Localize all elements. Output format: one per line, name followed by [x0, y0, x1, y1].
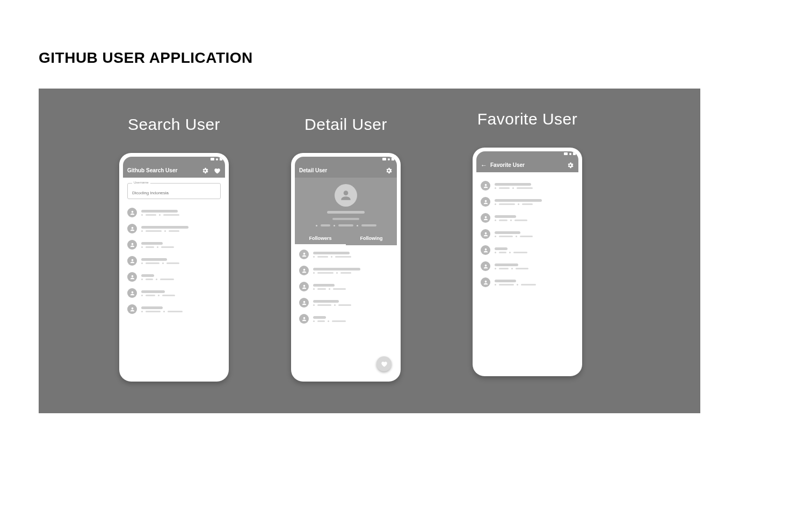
user-avatar-icon — [127, 240, 137, 250]
battery-icon — [382, 158, 386, 160]
favorite-fab[interactable] — [376, 356, 392, 371]
app-bar: Detail User — [295, 163, 397, 178]
list-item[interactable] — [299, 311, 393, 327]
signal-icon — [220, 158, 222, 160]
placeholder-text — [313, 268, 393, 274]
search-legend: Username — [132, 181, 150, 184]
user-avatar-icon — [127, 272, 137, 282]
screen-heading-favorite: Favorite User — [473, 110, 582, 128]
list-item[interactable] — [299, 295, 393, 311]
tab-bar: Followers Following — [295, 232, 397, 245]
placeholder-text — [313, 284, 393, 290]
phone-search: Github Search User Username — [119, 153, 229, 382]
list-item[interactable] — [127, 237, 221, 253]
user-avatar-icon — [299, 314, 309, 324]
placeholder-text — [313, 316, 393, 322]
user-avatar-icon — [127, 288, 137, 298]
placeholder-text — [141, 274, 221, 280]
placeholder-text — [141, 210, 221, 216]
placeholder-text — [141, 290, 221, 296]
app-bar: ← Favorite User — [476, 158, 578, 172]
user-avatar-icon — [299, 298, 309, 308]
signal-icon — [573, 152, 576, 155]
user-list-detail[interactable] — [295, 245, 397, 328]
placeholder-username — [332, 218, 359, 220]
phone-favorite: ← Favorite User — [473, 148, 582, 376]
user-avatar-icon — [481, 181, 490, 191]
placeholder-stats — [316, 224, 376, 226]
signal-dot-icon — [216, 158, 218, 160]
status-bar — [295, 157, 397, 163]
user-avatar-icon — [299, 266, 309, 275]
list-item[interactable] — [127, 301, 221, 317]
battery-icon — [211, 158, 214, 160]
list-item[interactable] — [481, 210, 574, 226]
placeholder-text — [495, 183, 574, 189]
phone-detail: Detail User Followers Following — [291, 153, 401, 382]
user-avatar-icon — [481, 261, 490, 271]
list-item[interactable] — [299, 279, 393, 295]
status-bar — [123, 157, 225, 163]
list-item[interactable] — [481, 242, 574, 258]
status-bar — [476, 151, 578, 158]
user-list-favorite[interactable] — [476, 177, 578, 291]
placeholder-text — [495, 215, 574, 221]
settings-icon[interactable] — [385, 167, 393, 174]
search-input[interactable] — [132, 191, 216, 195]
user-avatar-icon — [481, 213, 490, 223]
user-list-search[interactable] — [123, 203, 225, 318]
app-bar: Github Search User — [123, 163, 225, 178]
placeholder-text — [495, 231, 574, 237]
column-search: Search User Github Search User — [119, 115, 229, 382]
user-avatar-icon — [481, 229, 490, 239]
list-item[interactable] — [127, 285, 221, 301]
list-item[interactable] — [481, 274, 574, 290]
user-avatar-icon — [481, 277, 490, 287]
list-item[interactable] — [481, 226, 574, 242]
list-item[interactable] — [299, 246, 393, 262]
user-avatar-icon — [127, 208, 137, 217]
appbar-title: Detail User — [299, 167, 385, 173]
list-item[interactable] — [481, 258, 574, 274]
user-avatar-icon — [127, 304, 137, 314]
user-avatar-icon — [299, 282, 309, 291]
placeholder-name — [327, 211, 365, 214]
page-title: GITHUB USER APPLICATION — [39, 49, 253, 67]
user-avatar-icon — [299, 250, 309, 259]
heart-icon[interactable] — [213, 167, 221, 174]
signal-dot-icon — [569, 153, 571, 155]
back-icon[interactable]: ← — [481, 162, 487, 169]
placeholder-text — [313, 252, 393, 258]
list-item[interactable] — [481, 194, 574, 210]
placeholder-text — [141, 306, 221, 312]
tab-following[interactable]: Following — [346, 232, 397, 245]
list-item[interactable] — [481, 178, 574, 194]
user-avatar-large — [335, 184, 357, 207]
list-item[interactable] — [127, 269, 221, 285]
search-field[interactable]: Username — [127, 183, 221, 199]
signal-icon — [392, 158, 394, 160]
user-avatar-icon — [481, 245, 490, 255]
placeholder-text — [313, 300, 393, 306]
placeholder-text — [141, 258, 221, 264]
tab-followers[interactable]: Followers — [295, 232, 346, 245]
placeholder-text — [495, 264, 574, 269]
user-avatar-icon — [481, 197, 490, 207]
screen-heading-detail: Detail User — [291, 115, 401, 134]
list-item[interactable] — [299, 262, 393, 279]
user-avatar-icon — [127, 224, 137, 233]
screen-heading-search: Search User — [119, 115, 229, 134]
appbar-title: Github Search User — [127, 167, 201, 173]
list-item[interactable] — [127, 221, 221, 237]
signal-dot-icon — [388, 158, 390, 160]
placeholder-text — [141, 242, 221, 248]
settings-icon[interactable] — [567, 162, 574, 169]
list-item[interactable] — [127, 253, 221, 269]
column-favorite: Favorite User ← Favorite User — [473, 110, 582, 376]
list-item[interactable] — [127, 204, 221, 221]
placeholder-text — [495, 280, 574, 286]
battery-icon — [564, 152, 568, 155]
settings-icon[interactable] — [201, 167, 209, 174]
user-avatar-icon — [127, 256, 137, 266]
column-detail: Detail User Detail User — [291, 115, 401, 382]
